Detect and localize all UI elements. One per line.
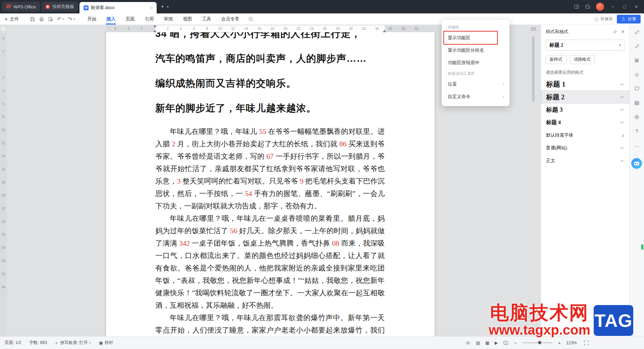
minimize-button[interactable]: − bbox=[610, 4, 616, 9]
ribbon-tab-0[interactable]: 开始 bbox=[82, 13, 101, 24]
style-item-5[interactable]: 普通(网站)↵ bbox=[541, 142, 629, 154]
ribbon-tab-4[interactable]: 审阅 bbox=[159, 13, 178, 24]
redo-dropdown-icon[interactable]: ▾ bbox=[73, 17, 75, 21]
new-tab-button[interactable]: + bbox=[161, 3, 164, 10]
menu-item-qat-0[interactable]: 位置› bbox=[442, 78, 509, 90]
zoom-out-button[interactable]: − bbox=[514, 340, 517, 346]
menu-item-qat-1[interactable]: 自定义命令› bbox=[442, 90, 509, 103]
print-layout-icon[interactable]: ▤ bbox=[476, 340, 480, 345]
zoom-slider[interactable] bbox=[522, 342, 552, 343]
theme-skin-icon[interactable] bbox=[585, 4, 590, 9]
zoom-in-button[interactable]: + bbox=[558, 340, 561, 346]
ribbon-tab-1[interactable]: 插入 bbox=[101, 13, 120, 24]
ruler-toggle-icon[interactable] bbox=[531, 26, 536, 32]
menu-item-label: 显示功能区 bbox=[448, 35, 471, 41]
menu-item-ribbon-2[interactable]: 功能区按钮居中 bbox=[442, 56, 509, 69]
ribbon-tab-7[interactable]: 会员专享 bbox=[216, 13, 244, 24]
search-icon[interactable] bbox=[248, 16, 254, 22]
ruler-number: 12 bbox=[230, 27, 236, 31]
eye-protection-icon[interactable] bbox=[465, 340, 471, 346]
user-avatar[interactable] bbox=[596, 3, 604, 11]
tab-status-dot[interactable] bbox=[150, 7, 153, 9]
clear-format-button[interactable]: 清除格式 bbox=[570, 55, 595, 64]
close-button[interactable]: × bbox=[633, 4, 639, 9]
zoom-slider-thumb[interactable] bbox=[538, 341, 541, 344]
select-tool-icon[interactable]: ◎ bbox=[634, 113, 640, 120]
save-icon[interactable] bbox=[30, 16, 35, 22]
word-count[interactable]: 字数: 893 bbox=[29, 340, 47, 346]
edit-pen-icon[interactable] bbox=[634, 29, 640, 36]
tab-list-dropdown-icon[interactable]: ▾ bbox=[167, 5, 169, 9]
style-item-3[interactable]: 标题 4↵ bbox=[541, 116, 629, 129]
web-layout-icon[interactable]: ▦ bbox=[485, 340, 489, 345]
read-mode-icon[interactable] bbox=[503, 340, 508, 346]
print-preview-icon[interactable] bbox=[48, 16, 53, 22]
document-page[interactable]: 34 晒，挎着大大小小行李箱的人往街上行走，汽车的鸣笛声，商店的叫卖声，人的脚步… bbox=[106, 32, 435, 336]
undo-dropdown-icon[interactable]: ▾ bbox=[63, 17, 64, 21]
ai-assistant-button[interactable] bbox=[631, 158, 642, 169]
tracked-insertion: 342 bbox=[179, 239, 190, 247]
style-selector[interactable]: 标题 2 ▾ bbox=[546, 40, 625, 51]
pin-icon[interactable] bbox=[612, 30, 617, 34]
zoom-level[interactable]: 123% bbox=[566, 341, 578, 345]
style-item-1[interactable]: 标题 2↵ bbox=[541, 91, 629, 103]
ribbon-tab-6[interactable]: 工具 bbox=[197, 13, 216, 24]
ruler-number: 30 bbox=[347, 27, 354, 31]
help-icon[interactable]: ? bbox=[634, 128, 640, 134]
menu-group-2: 位置›自定义命令› bbox=[442, 78, 509, 103]
play-presentation-icon[interactable]: ▶ bbox=[495, 340, 498, 345]
app-home-button[interactable]: W WPS Office bbox=[2, 2, 40, 12]
file-menu-button[interactable]: ≡ 文件 bbox=[0, 16, 23, 22]
page-indicator[interactable]: 页面: 1/2 bbox=[5, 340, 21, 346]
ribbon-tab-5[interactable]: 视图 bbox=[178, 13, 197, 24]
menu-item-ribbon-0[interactable]: 显示功能区 bbox=[442, 32, 509, 44]
app-name-label: WPS Office bbox=[13, 4, 36, 9]
tab-document[interactable]: W 盼望着.docx bbox=[79, 2, 157, 13]
ruler-number: 36 bbox=[387, 27, 393, 31]
menu-group-1: 显示功能区显示功能区分组名功能区按钮居中 bbox=[442, 32, 509, 69]
undo-icon[interactable]: ↶ bbox=[57, 16, 61, 22]
ruler-number: 40 bbox=[413, 27, 420, 31]
modified-status[interactable]: 有修改 bbox=[594, 16, 613, 22]
ruler-number: 38 bbox=[400, 27, 407, 31]
tab-template-store[interactable]: 找稻壳模板 bbox=[41, 2, 78, 12]
ribbon-tab-3[interactable]: 引用 bbox=[140, 13, 159, 24]
style-item-2[interactable]: 标题 3↵ bbox=[541, 103, 629, 116]
menu-item-ribbon-1[interactable]: 显示功能区分组名 bbox=[442, 44, 509, 56]
insert-shape-icon[interactable]: ◇ bbox=[634, 71, 640, 78]
share-button[interactable]: 分享 bbox=[617, 15, 641, 23]
panel-close-icon[interactable]: × bbox=[622, 29, 625, 35]
style-item-6[interactable]: 正文↵ bbox=[541, 154, 629, 167]
new-style-button[interactable]: 新样式 bbox=[546, 55, 567, 64]
ribbon-tab-2[interactable]: 页面 bbox=[120, 13, 140, 24]
spellcheck-status[interactable]: ✓ 拼写检查: 打开 ▾ bbox=[55, 340, 91, 346]
proofread-button[interactable]: ▣ 校对 bbox=[99, 340, 113, 346]
ruler-number: 20 bbox=[0, 194, 7, 197]
menubar: ≡ 文件 ↶ ▾ ↷ ▾ 开始插入页面引用审阅视图工具会员专享 有修改 bbox=[0, 13, 644, 25]
right-indent-marker[interactable] bbox=[383, 28, 386, 32]
ribbon-options-menu: 功能区 显示功能区显示功能区分组名功能区按钮居中 快速访问工具栏 位置›自定义命… bbox=[442, 20, 509, 106]
left-indent-marker[interactable] bbox=[153, 28, 157, 32]
print-icon[interactable] bbox=[39, 16, 44, 22]
comment-icon[interactable] bbox=[634, 85, 640, 92]
more-tools-icon[interactable]: … bbox=[634, 142, 640, 148]
style-item-0[interactable]: 标题 1↵ bbox=[541, 78, 629, 91]
ruler-corner[interactable] bbox=[1, 26, 6, 32]
vertical-scrollbar-thumb[interactable] bbox=[532, 36, 535, 102]
ruler-number: 32 bbox=[361, 27, 367, 31]
modified-label: 有修改 bbox=[600, 16, 613, 22]
insert-table-icon[interactable]: ⊞ bbox=[634, 57, 640, 64]
format-painter-icon[interactable] bbox=[634, 43, 640, 50]
ruler-number: 4 bbox=[125, 27, 132, 31]
divider bbox=[25, 16, 25, 21]
ruler-number: 16 bbox=[256, 27, 263, 31]
style-label: 默认段落字体 bbox=[546, 132, 573, 138]
fit-page-icon[interactable] bbox=[584, 340, 589, 346]
panel-title: 样式和格式 bbox=[546, 29, 612, 35]
split-view-icon[interactable] bbox=[574, 4, 579, 9]
maximize-button[interactable]: □ bbox=[622, 4, 628, 9]
redo-icon[interactable]: ↷ bbox=[68, 16, 72, 22]
tracked-insertion: 86 bbox=[339, 140, 347, 148]
navigation-pane-icon[interactable]: ▤ bbox=[634, 99, 640, 106]
style-item-4[interactable]: 默认段落字体a bbox=[541, 129, 629, 142]
